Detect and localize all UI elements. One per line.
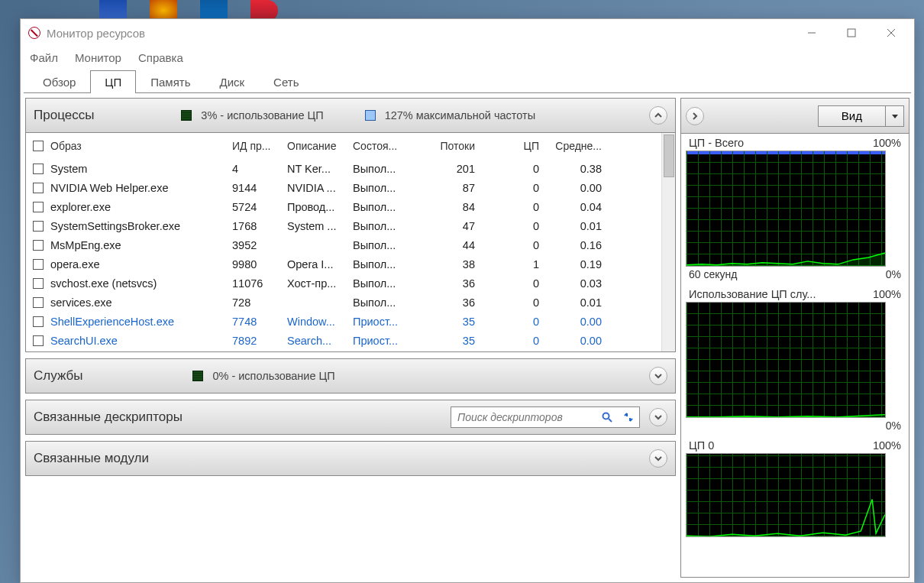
table-row[interactable]: System4NT Ker...Выпол...20100.38 (26, 159, 675, 178)
menu-help[interactable]: Справка (138, 51, 183, 64)
cell-pid: 9144 (228, 182, 283, 194)
cell-threads: 36 (406, 277, 480, 290)
view-label: Вид (819, 106, 885, 126)
row-checkbox[interactable] (33, 335, 44, 346)
services-header[interactable]: Службы 0% - использование ЦП (25, 358, 676, 394)
table-row[interactable]: explorer.exe5724Провод...Выпол...8400.04 (26, 197, 675, 216)
col-pid[interactable]: ИД пр... (228, 140, 283, 152)
table-row[interactable]: NVIDIA Web Helper.exe9144NVIDIA ...Выпол… (26, 178, 675, 197)
services-title: Службы (34, 368, 82, 384)
cell-state: Приост... (348, 316, 406, 328)
modules-header[interactable]: Связанные модули (25, 441, 676, 476)
scrollbar-thumb[interactable] (664, 134, 674, 177)
close-button[interactable] (871, 21, 911, 45)
row-checkbox[interactable] (33, 297, 44, 308)
chevron-down-icon[interactable] (885, 106, 903, 126)
chart-label: Использование ЦП слу... (689, 288, 816, 300)
cell-cpu: 0 (480, 335, 544, 347)
tab-disk[interactable]: Диск (205, 70, 259, 93)
col-image[interactable]: Образ (46, 140, 228, 152)
table-row[interactable]: services.exe728Выпол...3600.01 (26, 293, 675, 312)
row-checkbox[interactable] (33, 183, 44, 193)
view-dropdown[interactable]: Вид (818, 105, 904, 127)
select-all-checkbox[interactable] (33, 141, 44, 151)
col-cpu[interactable]: ЦП (480, 140, 544, 152)
cell-threads: 47 (406, 220, 480, 232)
chart-label: ЦП 0 (689, 439, 714, 452)
chart-max: 100% (873, 439, 901, 452)
maximize-button[interactable] (832, 21, 871, 45)
row-checkbox[interactable] (33, 221, 44, 232)
chart-xmax: 0% (886, 419, 901, 432)
freq-swatch-icon (365, 110, 376, 121)
processes-cpu-text: 3% - использование ЦП (201, 109, 323, 121)
table-row[interactable]: ShellExperienceHost.exe7748Window...Прио… (26, 312, 675, 331)
cell-image: opera.exe (46, 258, 228, 270)
expand-button[interactable] (649, 367, 667, 385)
col-state[interactable]: Состоя... (348, 140, 406, 152)
cell-desc: Провод... (283, 201, 348, 213)
table-row[interactable]: SearchUI.exe7892Search...Приост...3500.0… (26, 331, 675, 350)
cell-state: Выпол... (348, 201, 406, 213)
tab-cpu[interactable]: ЦП (90, 70, 136, 93)
expand-button[interactable] (649, 408, 667, 426)
cell-state: Выпол... (348, 182, 406, 194)
cell-cpu: 0 (480, 201, 544, 213)
tab-network[interactable]: Сеть (259, 70, 313, 93)
charts-header: Вид (681, 99, 909, 134)
process-table-header[interactable]: Образ ИД пр... Описание Состоя... Потоки… (26, 133, 675, 159)
minimize-button[interactable] (792, 21, 832, 45)
row-checkbox[interactable] (33, 164, 44, 174)
cell-avg: 0.00 (544, 182, 606, 194)
cell-avg: 0.00 (544, 335, 606, 347)
svg-marker-6 (892, 115, 898, 118)
handles-search-input[interactable] (451, 411, 596, 423)
processes-title: Процессы (34, 108, 94, 123)
cell-desc: Search... (283, 335, 348, 347)
row-checkbox[interactable] (33, 278, 44, 289)
cell-pid: 5724 (228, 201, 283, 213)
cell-desc: NVIDIA ... (283, 182, 348, 194)
row-checkbox[interactable] (33, 240, 44, 251)
row-checkbox[interactable] (33, 202, 44, 212)
expand-button[interactable] (649, 449, 667, 468)
charts-pane: Вид ЦП - Всего 100% (680, 98, 909, 578)
collapse-button[interactable] (649, 106, 667, 125)
menu-monitor[interactable]: Монитор (75, 51, 121, 64)
cell-avg: 0.16 (544, 239, 606, 251)
col-avg[interactable]: Средне... (544, 140, 606, 152)
handles-header[interactable]: Связанные дескрипторы (25, 400, 676, 435)
search-icon[interactable] (596, 412, 618, 423)
cell-pid: 3952 (228, 239, 283, 251)
window-title: Монитор ресурсов (47, 27, 145, 40)
processes-header[interactable]: Процессы 3% - использование ЦП 127% макс… (25, 98, 676, 133)
process-scrollbar[interactable] (661, 133, 675, 351)
cell-cpu: 0 (480, 296, 544, 309)
chart-xlabel: 60 секунд (689, 268, 737, 280)
charts-collapse-button[interactable] (686, 107, 704, 125)
cell-cpu: 1 (480, 258, 544, 270)
tab-memory[interactable]: Память (136, 70, 205, 93)
titlebar[interactable]: Монитор ресурсов (21, 19, 914, 47)
menubar: Файл Монитор Справка (21, 47, 914, 68)
col-desc[interactable]: Описание (283, 140, 348, 152)
table-row[interactable]: SystemSettingsBroker.exe1768System ...Вы… (26, 216, 675, 235)
tab-overview[interactable]: Обзор (28, 70, 90, 93)
cell-threads: 36 (406, 296, 480, 309)
col-threads[interactable]: Потоки (406, 140, 480, 152)
table-row[interactable]: svchost.exe (netsvcs)11076Хост-пр...Выпо… (26, 274, 675, 293)
row-checkbox[interactable] (33, 316, 44, 327)
menu-file[interactable]: Файл (30, 51, 58, 64)
cell-threads: 44 (406, 239, 480, 251)
cell-cpu: 0 (480, 182, 544, 194)
cell-pid: 4 (228, 163, 283, 175)
row-checkbox[interactable] (33, 259, 44, 270)
table-row[interactable]: MsMpEng.exe3952Выпол...4400.16 (26, 235, 675, 254)
refresh-icon[interactable] (618, 412, 639, 423)
cell-threads: 201 (406, 163, 480, 175)
cell-pid: 728 (228, 296, 283, 309)
cell-image: MsMpEng.exe (46, 239, 228, 251)
table-row[interactable]: opera.exe9980Opera I...Выпол...3810.19 (26, 254, 675, 274)
cell-pid: 11076 (228, 277, 283, 290)
cell-state: Выпол... (348, 258, 406, 270)
